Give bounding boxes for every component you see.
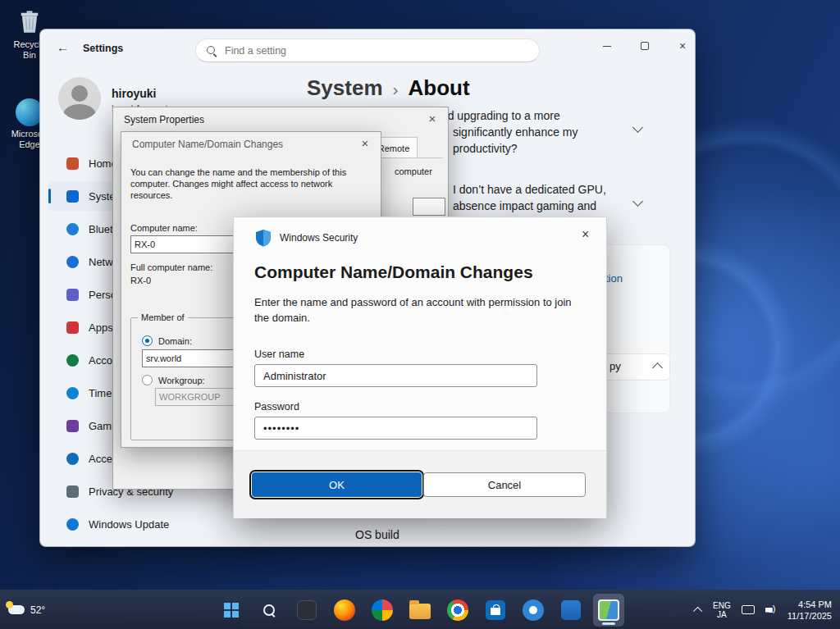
link-fragment[interactable]: tion — [605, 272, 623, 285]
breadcrumb: System › About — [307, 75, 470, 101]
domain-radio-label[interactable]: Domain: — [158, 336, 192, 346]
system-icon — [66, 190, 79, 203]
password-label: Password — [254, 401, 299, 412]
search-input[interactable] — [225, 45, 504, 57]
password-input[interactable] — [254, 417, 537, 440]
user-avatar[interactable] — [58, 77, 101, 120]
mail-button[interactable] — [555, 594, 587, 627]
breadcrumb-separator-icon: › — [393, 80, 399, 99]
desktop: Recycle Bin Microsoft Edge ← Settings × … — [0, 0, 840, 629]
bluetooth-icon — [66, 223, 79, 235]
breadcrumb-page: About — [409, 75, 470, 101]
member-of-label: Member of — [138, 312, 188, 322]
windows-security-dialog: Windows Security × Computer Name/Domain … — [233, 217, 607, 518]
network-icon[interactable] — [742, 605, 755, 614]
weather-temp: 52° — [30, 604, 45, 616]
dialog-app-title: Windows Security — [280, 232, 358, 244]
workgroup-radio-label[interactable]: Workgroup: — [158, 376, 205, 385]
running-indicator — [602, 622, 615, 625]
maximize-button[interactable] — [632, 36, 657, 56]
hidden-icons-chevron-icon[interactable] — [693, 606, 702, 615]
search-icon — [262, 604, 276, 617]
search-box[interactable] — [195, 39, 540, 62]
personalization-icon — [66, 289, 79, 301]
full-computer-name-label: Full computer name: — [130, 262, 212, 272]
dialog-heading: Computer Name/Domain Changes — [254, 262, 533, 282]
file-explorer-button[interactable] — [404, 594, 436, 627]
weather-widget[interactable]: 52° — [8, 590, 45, 629]
sidebar-item-windows-update[interactable]: Windows Update — [48, 509, 226, 539]
accounts-icon — [66, 354, 79, 367]
windows-start-icon — [224, 603, 239, 618]
faq-text-fragment: significantly enhance my — [453, 125, 578, 139]
accessibility-icon — [66, 453, 79, 465]
faq-text-fragment: I don’t have a dedicated GPU, — [453, 183, 606, 196]
faq-text-fragment: absence impact gaming and — [453, 199, 596, 212]
start-button[interactable] — [216, 594, 247, 627]
search-button[interactable] — [253, 594, 285, 627]
sidebar-item-label: Windows Update — [89, 518, 169, 531]
minimize-icon — [603, 46, 611, 47]
clock[interactable]: 4:54 PM 11/17/2025 — [788, 599, 832, 622]
sidebar-item-label: Apps — [89, 321, 113, 334]
workgroup-radio[interactable] — [142, 375, 153, 385]
volume-icon[interactable] — [765, 605, 777, 615]
close-icon[interactable]: × — [582, 227, 589, 242]
os-build-label: OS build — [355, 528, 399, 541]
ok-button[interactable]: OK — [252, 472, 422, 497]
time-language-icon — [66, 387, 79, 399]
window-title: Settings — [83, 43, 123, 54]
back-icon[interactable]: ← — [57, 40, 69, 54]
settings-app-button[interactable] — [518, 594, 549, 627]
task-view-icon — [297, 600, 317, 620]
task-view-button[interactable] — [291, 594, 322, 627]
close-icon[interactable]: × — [358, 136, 372, 150]
close-icon: × — [679, 39, 686, 52]
taskbar: 52° ENG JA 4:54 PM 11/17/2025 — [0, 590, 840, 629]
active-app-button[interactable] — [593, 594, 624, 627]
dialog-title: System Properties — [124, 114, 204, 125]
language-indicator[interactable]: ENG JA — [713, 601, 731, 619]
username-label: User name — [254, 349, 304, 360]
store-button[interactable] — [480, 594, 511, 627]
user-name: hiroyuki — [112, 87, 156, 100]
close-button[interactable]: × — [670, 36, 695, 56]
apps-icon — [66, 321, 79, 334]
expand-chevron-down-icon[interactable] — [632, 122, 643, 133]
text-field-fragment[interactable] — [413, 198, 445, 216]
people-button[interactable] — [367, 594, 398, 627]
maximize-icon — [641, 42, 649, 50]
windows-update-icon — [66, 518, 79, 531]
gaming-icon — [66, 420, 79, 432]
breadcrumb-section[interactable]: System — [307, 75, 383, 101]
dialog-description: Enter the name and password of an accoun… — [254, 294, 587, 326]
search-icon — [206, 45, 217, 57]
home-icon — [66, 157, 79, 170]
expand-chevron-down-icon[interactable] — [632, 196, 643, 207]
firefox-button[interactable] — [329, 594, 360, 627]
computer-name-label: Computer name: — [130, 223, 198, 233]
cancel-button[interactable]: Cancel — [423, 472, 586, 497]
chrome-button[interactable] — [442, 594, 473, 627]
minimize-button[interactable] — [595, 36, 619, 56]
mail-icon — [561, 600, 581, 620]
windows-security-shield-icon — [255, 229, 272, 247]
date: 11/17/2025 — [788, 610, 832, 622]
system-tray: ENG JA 4:54 PM 11/17/2025 — [696, 590, 832, 629]
panel-text-fragment: computer — [395, 166, 432, 176]
time: 4:54 PM — [788, 599, 832, 610]
full-computer-name-value: RX-0 — [130, 276, 151, 285]
username-input[interactable] — [254, 364, 537, 387]
recycle-bin-icon — [18, 8, 41, 34]
active-app-icon — [598, 599, 619, 621]
close-icon[interactable]: × — [425, 112, 440, 125]
copy-button-label[interactable]: py — [609, 360, 621, 372]
store-icon — [486, 600, 505, 620]
file-explorer-icon — [409, 604, 431, 619]
taskbar-icons — [216, 590, 624, 629]
firefox-icon — [334, 599, 355, 621]
selected-accent-bar — [48, 189, 51, 203]
domain-radio[interactable] — [142, 335, 153, 346]
network-icon — [66, 256, 79, 268]
people-icon — [372, 599, 393, 621]
